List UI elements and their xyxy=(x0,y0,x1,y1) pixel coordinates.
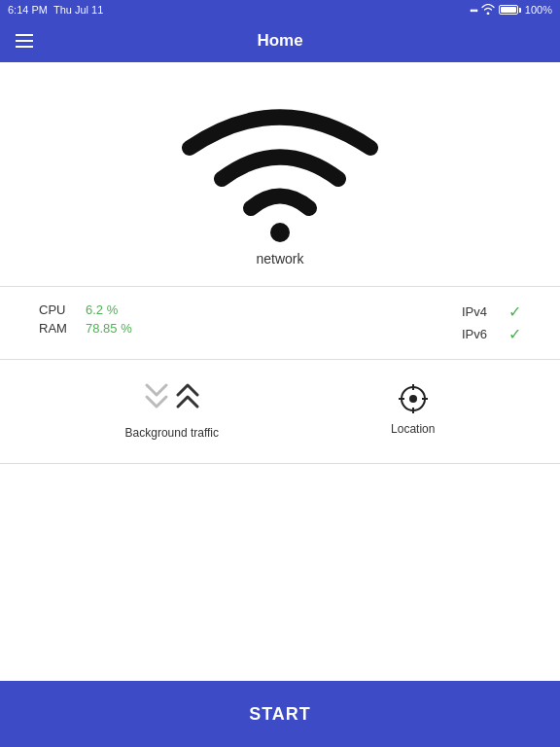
time-display: 6:14 PM xyxy=(8,4,48,16)
battery-icon xyxy=(499,5,521,15)
start-button-label: START xyxy=(249,704,311,725)
location-label: Location xyxy=(391,422,435,436)
ipv4-check-icon: ✓ xyxy=(508,302,521,321)
wifi-status-icon xyxy=(481,4,495,17)
wifi-icon xyxy=(168,82,392,247)
main-content: network CPU 6.2 % RAM 78.85 % IPv4 ✓ IPv… xyxy=(0,62,560,464)
features-section: Background traffic Location xyxy=(0,360,560,464)
traffic-label: Background traffic xyxy=(125,426,220,440)
nav-bar: Home xyxy=(0,19,560,62)
cpu-value: 6.2 % xyxy=(86,302,118,317)
ipv4-row: IPv4 ✓ xyxy=(462,302,521,321)
ipv4-label: IPv4 xyxy=(462,304,497,319)
location-item: Location xyxy=(391,383,435,440)
svg-point-2 xyxy=(409,395,417,403)
location-icon xyxy=(398,383,429,414)
ram-row: RAM 78.85 % xyxy=(39,321,132,336)
cpu-row: CPU 6.2 % xyxy=(39,302,132,317)
status-bar: 6:14 PM Thu Jul 11 ▪▪▪ 100% xyxy=(0,0,560,19)
ipv6-label: IPv6 xyxy=(462,327,497,341)
traffic-up-icon xyxy=(174,383,201,418)
traffic-down-icon xyxy=(143,383,170,418)
wifi-label: network xyxy=(256,251,303,267)
status-bar-left: 6:14 PM Thu Jul 11 xyxy=(8,4,103,16)
background-traffic-item: Background traffic xyxy=(125,383,220,440)
stats-right: IPv4 ✓ IPv6 ✓ xyxy=(462,302,521,343)
wifi-section: network xyxy=(0,62,560,287)
ipv6-check-icon: ✓ xyxy=(508,325,521,343)
menu-button[interactable] xyxy=(16,34,33,48)
ram-label: RAM xyxy=(39,321,74,336)
ram-value: 78.85 % xyxy=(86,321,132,336)
page-title: Home xyxy=(257,31,302,51)
signal-icon: ▪▪▪ xyxy=(470,5,477,16)
cpu-label: CPU xyxy=(39,302,74,317)
traffic-icons xyxy=(143,383,201,418)
start-button[interactable]: START xyxy=(0,681,560,747)
stats-section: CPU 6.2 % RAM 78.85 % IPv4 ✓ IPv6 ✓ xyxy=(0,287,560,360)
date-display: Thu Jul 11 xyxy=(53,4,103,16)
stats-left: CPU 6.2 % RAM 78.85 % xyxy=(39,302,132,343)
ipv6-row: IPv6 ✓ xyxy=(462,325,521,343)
svg-point-0 xyxy=(270,223,290,242)
status-bar-right: ▪▪▪ 100% xyxy=(470,4,552,17)
battery-percent: 100% xyxy=(525,4,552,16)
